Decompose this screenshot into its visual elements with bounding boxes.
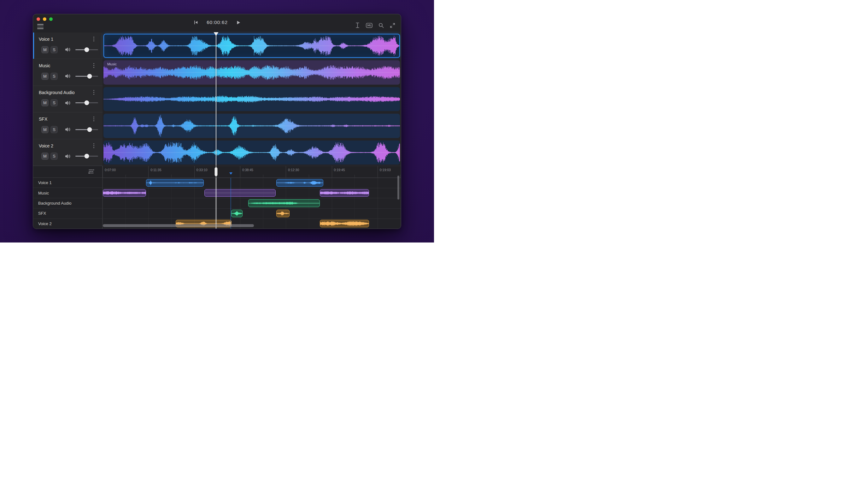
solo-button[interactable]: S <box>51 126 58 133</box>
volume-knob[interactable] <box>87 127 92 132</box>
solo-button[interactable]: S <box>51 99 58 106</box>
playhead-handle[interactable] <box>215 167 218 176</box>
ruler-tick <box>286 166 286 177</box>
solo-button[interactable]: S <box>51 73 58 80</box>
clip-music[interactable]: Music <box>103 60 400 84</box>
playhead[interactable] <box>216 32 216 166</box>
track-header-voice1[interactable]: Voice 1 M S <box>33 32 102 59</box>
text-cursor-icon[interactable] <box>355 22 360 28</box>
tracklist-options-icon[interactable] <box>88 169 95 175</box>
solo-button[interactable]: S <box>51 152 58 160</box>
toolbar-right <box>355 22 395 28</box>
ruler-minor-tick <box>263 175 264 177</box>
waveform <box>104 34 399 57</box>
play-icon[interactable] <box>236 20 241 25</box>
mute-button[interactable]: M <box>41 73 49 80</box>
volume-slider[interactable] <box>75 74 98 79</box>
mute-button[interactable]: M <box>41 99 49 106</box>
waveform <box>103 87 400 111</box>
titlebar: 60:00:62 <box>33 14 401 32</box>
close-button[interactable] <box>37 17 40 21</box>
timeline-clip[interactable] <box>248 199 320 207</box>
clip-background-audio[interactable] <box>103 87 400 111</box>
track-header-music[interactable]: Music M S <box>33 59 102 86</box>
timeline-section: 0:07:000:11:350:33:100:38:450:12:300:19:… <box>33 166 401 229</box>
clip-waveform <box>277 210 289 217</box>
marker-handle[interactable] <box>229 172 232 175</box>
ruler-time-label: 0:07:00 <box>105 168 116 172</box>
timeline-row-sfx[interactable] <box>102 208 401 219</box>
ruler-time-label: 0:19:03 <box>380 168 391 172</box>
timeline-clip[interactable] <box>276 210 290 217</box>
track-header-voice2[interactable]: Voice 2 M S <box>33 139 102 166</box>
timeline-row-voice1[interactable] <box>102 178 401 188</box>
mute-button[interactable]: M <box>41 152 49 160</box>
volume-knob[interactable] <box>85 154 89 159</box>
mute-button[interactable]: M <box>41 126 49 133</box>
speaker-icon <box>65 74 71 79</box>
mute-button[interactable]: M <box>41 46 49 53</box>
track-title: SFX <box>39 116 47 121</box>
timeline-clip[interactable] <box>146 179 204 187</box>
track-menu-icon[interactable] <box>91 37 96 42</box>
timeline-clip[interactable] <box>103 189 146 197</box>
audio-editor-window: 60:00:62 <box>33 14 401 229</box>
track-menu-icon[interactable] <box>91 143 96 149</box>
traffic-lights <box>37 17 53 21</box>
timeline-clip[interactable] <box>231 210 243 217</box>
search-icon[interactable] <box>378 23 384 28</box>
expand-icon[interactable] <box>390 23 395 28</box>
timeline-clip[interactable] <box>320 220 369 227</box>
track-header-background-audio[interactable]: Background Audio M S <box>33 86 102 112</box>
volume-knob[interactable] <box>87 74 92 79</box>
volume-slider[interactable] <box>75 101 98 105</box>
ruler-tick <box>332 166 332 177</box>
menu-icon[interactable] <box>37 24 43 29</box>
volume-knob[interactable] <box>85 47 89 52</box>
clip-voice1[interactable] <box>103 34 400 58</box>
timeline-label-background-audio: Background Audio <box>33 198 102 208</box>
track-menu-icon[interactable] <box>91 63 96 69</box>
speaker-icon <box>65 47 71 52</box>
timeline-clip[interactable] <box>320 189 369 197</box>
volume-slider[interactable] <box>75 47 98 52</box>
vertical-scrollbar[interactable] <box>397 176 399 200</box>
volume-slider[interactable] <box>75 154 98 159</box>
horizontal-scrollbar[interactable] <box>103 224 254 227</box>
timeline-clip[interactable] <box>205 189 276 197</box>
timeline-ruler[interactable]: 0:07:000:11:350:33:100:38:450:12:300:19:… <box>33 166 401 178</box>
ruler-time-label: 0:19:45 <box>334 168 345 172</box>
zoom-button[interactable] <box>49 17 53 21</box>
speaker-icon <box>65 127 71 132</box>
track-headers-panel: Voice 1 M S Music M S <box>33 32 102 166</box>
ruler-time-label: 0:12:30 <box>288 168 299 172</box>
track-menu-icon[interactable] <box>91 116 96 122</box>
track-menu-icon[interactable] <box>91 90 96 96</box>
marker-icon[interactable] <box>366 23 372 28</box>
timeline-grid[interactable] <box>102 178 401 229</box>
timeline-row-background-audio[interactable] <box>102 198 401 208</box>
track-header-sfx[interactable]: SFX M S <box>33 112 102 139</box>
clip-sfx[interactable] <box>103 114 400 138</box>
clip-voice2[interactable] <box>103 141 400 165</box>
timeline-track-labels: Voice 1 Music Background Audio SFX Voice… <box>33 178 102 229</box>
speaker-icon <box>65 154 71 159</box>
skip-back-icon[interactable] <box>193 20 198 25</box>
solo-button[interactable]: S <box>51 46 58 53</box>
volume-knob[interactable] <box>85 101 89 105</box>
desktop-background: 60:00:62 <box>0 0 434 242</box>
timeline-label-voice2: Voice 2 <box>33 219 102 229</box>
volume-slider[interactable] <box>75 127 98 132</box>
track-area: Voice 1 M S Music M S <box>33 32 401 166</box>
timeline-row-music[interactable] <box>102 188 401 198</box>
timeline-row-voice2[interactable] <box>102 219 401 229</box>
waveform-lanes: Music <box>102 32 401 166</box>
ruler-tick <box>148 166 149 177</box>
transport-controls: 60:00:62 <box>193 20 241 25</box>
clip-label: Music <box>107 62 117 66</box>
playhead-handle-icon <box>213 32 219 36</box>
timeline-clip[interactable] <box>276 179 323 187</box>
ruler-time-label: 0:33:10 <box>196 168 208 172</box>
minimize-button[interactable] <box>43 17 46 21</box>
ruler-minor-tick <box>309 175 309 177</box>
